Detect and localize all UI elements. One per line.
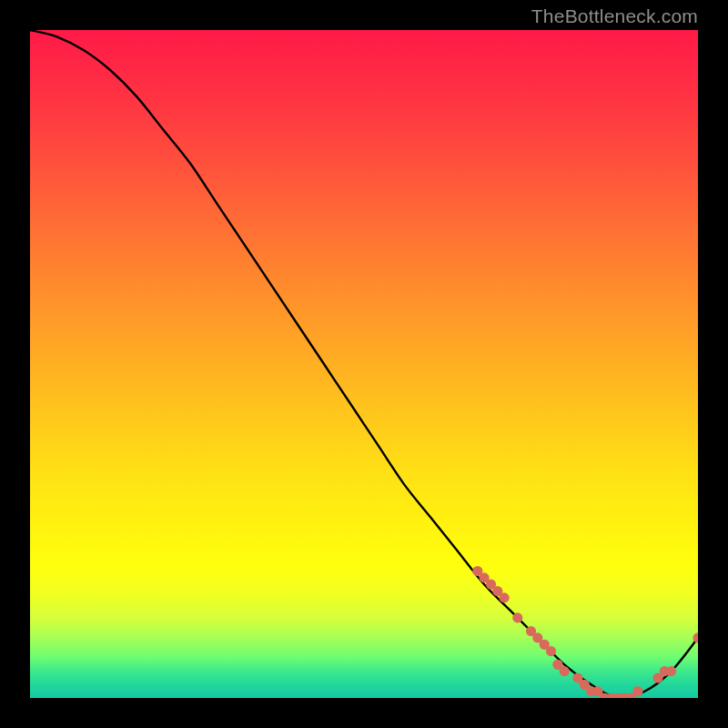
- watermark-text: TheBottleneck.com: [531, 5, 698, 27]
- curve-marker: [500, 592, 510, 602]
- bottleneck-curve: [30, 30, 698, 698]
- curve-marker: [632, 686, 642, 696]
- curve-marker: [560, 666, 570, 676]
- chart-stage: TheBottleneck.com: [0, 0, 728, 728]
- plot-area: [30, 30, 698, 698]
- curve-marker: [512, 612, 522, 622]
- curve-marker: [666, 666, 676, 676]
- curve-layer: [30, 30, 698, 698]
- curve-marker: [546, 646, 556, 656]
- curve-marker: [693, 632, 698, 642]
